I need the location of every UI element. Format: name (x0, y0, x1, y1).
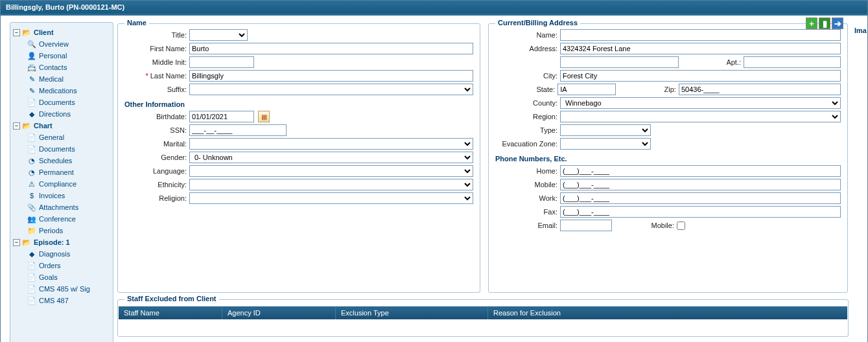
mobile-chk-label: Mobile: (612, 222, 677, 229)
language-select[interactable] (189, 165, 473, 177)
email-input[interactable] (560, 220, 612, 231)
birthdate-label: Birthdate: (124, 113, 189, 120)
compliance-icon: ⚠ (27, 179, 36, 188)
collapse-icon[interactable]: − (13, 29, 20, 36)
tree-label: Periods (39, 227, 63, 234)
folder-icon: 📂 (22, 121, 31, 130)
apt-input[interactable] (744, 56, 841, 68)
zip-input[interactable] (679, 84, 841, 95)
col-agency-id[interactable]: Agency ID (222, 306, 336, 319)
tree-node-client[interactable]: − 📂 Client (13, 27, 113, 38)
sidebar-item-directions[interactable]: ◆Directions (13, 108, 113, 120)
tree-node-episode[interactable]: − 📂 Episode: 1 (13, 236, 113, 248)
sidebar-item-schedules[interactable]: ◔Schedules (13, 155, 113, 166)
marital-label: Marital: (124, 140, 189, 148)
tree-label: Chart (34, 122, 53, 130)
staff-table-header: Staff Name Agency ID Exclusion Type Reas… (119, 306, 847, 319)
attachments-icon: 📎 (27, 203, 36, 212)
col-exclusion-type[interactable]: Exclusion Type (336, 306, 488, 319)
window-titlebar: Billingsgly, Burto (PN-0000121-MC) (1, 1, 867, 15)
sidebar-item-permanent[interactable]: ◔Permanent (13, 166, 113, 178)
sidebar-item-invoices[interactable]: $Invoices (13, 190, 113, 201)
evac-select[interactable] (560, 138, 651, 150)
arrow-right-icon[interactable]: ➔ (832, 17, 843, 29)
county-select[interactable]: Winnebago (560, 97, 841, 109)
sidebar-item-medications[interactable]: ✎Medications (13, 85, 113, 97)
panel-legend: Name (124, 19, 149, 27)
type-select[interactable] (560, 124, 651, 136)
mobile-checkbox[interactable] (677, 222, 685, 230)
permanent-icon: ◔ (27, 168, 36, 177)
sidebar-item-documents[interactable]: 📄Documents (13, 143, 113, 155)
tree-node-chart[interactable]: − 📂 Chart (13, 120, 113, 131)
collapse-icon[interactable]: − (13, 122, 20, 130)
addr-name-input[interactable] (560, 29, 841, 41)
diagnosis-icon: ◆ (27, 249, 36, 258)
tree-label: CMS 485 w/ Sig (39, 285, 90, 293)
add-icon[interactable]: + (806, 17, 817, 29)
sidebar-item-overview[interactable]: 🔍Overview (13, 38, 113, 50)
apt-label: Apt.: (679, 58, 744, 66)
middle-init-label: Middle Init: (124, 58, 189, 66)
sidebar-item-periods[interactable]: 📁Periods (13, 225, 113, 236)
tree-label: Schedules (39, 157, 72, 165)
religion-select[interactable] (189, 192, 473, 204)
cms-487-icon: 📄 (27, 296, 36, 305)
city-input[interactable] (560, 70, 841, 82)
col-staff-name[interactable]: Staff Name (119, 306, 222, 319)
region-label: Region: (495, 113, 560, 120)
sidebar-item-personal[interactable]: 👤Personal (13, 50, 113, 62)
collapse-icon[interactable]: − (13, 239, 20, 246)
sidebar-item-orders[interactable]: 📄Orders (13, 260, 113, 271)
fax-input[interactable] (560, 206, 841, 218)
tree-label: Goals (39, 273, 58, 281)
fax-label: Fax: (495, 208, 560, 216)
state-input[interactable] (557, 84, 616, 95)
home-input[interactable] (560, 165, 841, 177)
address2-input[interactable] (560, 56, 679, 68)
sidebar-item-goals[interactable]: 📄Goals (13, 271, 113, 283)
sidebar-item-attachments[interactable]: 📎Attachments (13, 201, 113, 213)
documents-icon: 📄 (27, 144, 36, 154)
last-name-label: Last Name: (124, 72, 189, 80)
sidebar-item-medical[interactable]: ✎Medical (13, 73, 113, 85)
panel-legend: Staff Excluded from Client (124, 295, 219, 302)
tree-label: Client (34, 28, 54, 36)
sidebar-item-compliance[interactable]: ⚠Compliance (13, 178, 113, 190)
middle-init-input[interactable] (189, 56, 254, 68)
mobile-input[interactable] (560, 179, 841, 190)
phone-title: Phone Numbers, Etc. (495, 155, 841, 163)
sidebar-item-general[interactable]: 📄General (13, 131, 113, 143)
sidebar-item-cms-485-w-sig[interactable]: 📄CMS 485 w/ Sig (13, 283, 113, 295)
type-label: Type: (495, 126, 560, 134)
sidebar-item-contacts[interactable]: 📇Contacts (13, 62, 113, 73)
work-label: Work: (495, 194, 560, 202)
first-name-input[interactable] (189, 43, 473, 54)
col-reason[interactable]: Reason for Exclusion (488, 306, 847, 319)
sidebar-item-conference[interactable]: 👥Conference (13, 213, 113, 225)
marital-select[interactable] (189, 138, 473, 150)
sidebar-item-diagnosis[interactable]: ◆Diagnosis (13, 248, 113, 260)
tree-label: Invoices (39, 192, 65, 200)
sidebar-item-documents[interactable]: 📄Documents (13, 97, 113, 108)
book-icon[interactable]: ▮ (819, 17, 830, 29)
sidebar-item-cms-487[interactable]: 📄CMS 487 (13, 295, 113, 306)
ssn-input[interactable] (189, 124, 287, 136)
work-input[interactable] (560, 192, 841, 204)
birthdate-input[interactable] (189, 111, 254, 122)
last-name-input[interactable] (189, 70, 473, 82)
tree-label: Compliance (39, 180, 76, 188)
image-tab[interactable]: Ima (854, 27, 867, 34)
mobile-label: Mobile: (495, 181, 560, 188)
region-select[interactable] (560, 111, 841, 122)
ethnicity-select[interactable] (189, 179, 473, 190)
medications-icon: ✎ (27, 86, 36, 95)
calendar-icon[interactable]: ▦ (258, 111, 270, 122)
title-select[interactable] (189, 29, 248, 41)
gender-select[interactable]: 0- Unknown (189, 152, 473, 163)
addr-name-label: Name: (495, 31, 560, 39)
goals-icon: 📄 (27, 273, 36, 282)
address-input[interactable] (560, 43, 841, 54)
tree-label: Permanent (39, 168, 74, 176)
suffix-select[interactable] (189, 84, 473, 95)
